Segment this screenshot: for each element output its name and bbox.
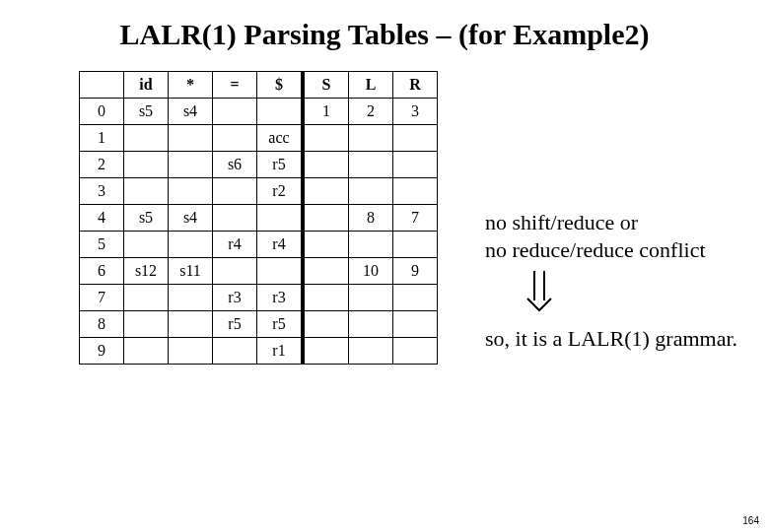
cell [303, 152, 349, 178]
cell [349, 338, 393, 365]
cell: 1 [303, 99, 349, 125]
cell: acc [257, 125, 304, 152]
cell: r5 [213, 311, 257, 338]
cell: r2 [257, 178, 304, 205]
cell-state: 0 [80, 99, 124, 125]
cell [169, 311, 213, 338]
cell [213, 125, 257, 152]
cell: r5 [257, 152, 304, 178]
table-row: 8 r5 r5 [80, 311, 438, 338]
cell [257, 99, 304, 125]
parsing-table: id * = $ S L R 0 s5 s4 1 2 3 1 [79, 71, 438, 365]
table-row: 0 s5 s4 1 2 3 [80, 99, 438, 125]
cell [393, 338, 438, 365]
cell-state: 5 [80, 232, 124, 258]
cell [393, 178, 438, 205]
cell: s12 [124, 258, 169, 285]
cell-state: 2 [80, 152, 124, 178]
col-L: L [349, 72, 393, 99]
cell [303, 232, 349, 258]
table-row: 6 s12 s11 10 9 [80, 258, 438, 285]
page-number: 164 [742, 515, 759, 526]
cell: r3 [213, 285, 257, 311]
cell [169, 285, 213, 311]
cell [169, 125, 213, 152]
cell [349, 311, 393, 338]
cell: r4 [257, 232, 304, 258]
cell: r3 [257, 285, 304, 311]
cell-state: 1 [80, 125, 124, 152]
content-area: id * = $ S L R 0 s5 s4 1 2 3 1 [79, 71, 737, 365]
cell: s6 [213, 152, 257, 178]
cell: s11 [169, 258, 213, 285]
cell [169, 178, 213, 205]
cell [349, 125, 393, 152]
table-row: 1 acc [80, 125, 438, 152]
note-no-conflict-line2: no reduce/reduce conflict [485, 236, 737, 264]
table-row: 2 s6 r5 [80, 152, 438, 178]
cell [124, 311, 169, 338]
col-S: S [303, 72, 349, 99]
cell: r5 [257, 311, 304, 338]
cell [303, 258, 349, 285]
cell: s5 [124, 99, 169, 125]
cell: r1 [257, 338, 304, 365]
cell [349, 152, 393, 178]
cell [303, 338, 349, 365]
cell-state: 7 [80, 285, 124, 311]
cell: s5 [124, 205, 169, 232]
cell [124, 285, 169, 311]
cell-state: 9 [80, 338, 124, 365]
cell [303, 205, 349, 232]
col-id: id [124, 72, 169, 99]
cell: s4 [169, 99, 213, 125]
cell [393, 285, 438, 311]
side-notes: no shift/reduce or no reduce/reduce conf… [485, 209, 737, 352]
cell [303, 311, 349, 338]
cell [257, 258, 304, 285]
cell [124, 152, 169, 178]
down-arrow-icon [524, 269, 737, 319]
cell: 9 [393, 258, 438, 285]
cell [169, 152, 213, 178]
cell: r4 [213, 232, 257, 258]
col-star: * [169, 72, 213, 99]
note-conclusion: so, it is a LALR(1) grammar. [485, 325, 737, 353]
col-state [80, 72, 124, 99]
cell [213, 258, 257, 285]
cell [169, 338, 213, 365]
cell [349, 232, 393, 258]
table-row: 9 r1 [80, 338, 438, 365]
cell-state: 6 [80, 258, 124, 285]
cell: 10 [349, 258, 393, 285]
cell [124, 125, 169, 152]
cell: 8 [349, 205, 393, 232]
cell: s4 [169, 205, 213, 232]
cell [303, 125, 349, 152]
cell-state: 4 [80, 205, 124, 232]
cell: 3 [393, 99, 438, 125]
cell-state: 8 [80, 311, 124, 338]
cell [124, 232, 169, 258]
page-title: LALR(1) Parsing Tables – (for Example2) [0, 18, 769, 51]
table-row: 4 s5 s4 8 7 [80, 205, 438, 232]
cell [213, 99, 257, 125]
cell [303, 285, 349, 311]
cell [393, 232, 438, 258]
cell [349, 285, 393, 311]
cell [213, 205, 257, 232]
cell [393, 125, 438, 152]
table-row: 7 r3 r3 [80, 285, 438, 311]
table-row: 3 r2 [80, 178, 438, 205]
cell [213, 338, 257, 365]
table-header-row: id * = $ S L R [80, 72, 438, 99]
cell [124, 178, 169, 205]
cell [124, 338, 169, 365]
col-dollar: $ [257, 72, 304, 99]
note-no-conflict-line1: no shift/reduce or [485, 209, 737, 236]
col-eq: = [213, 72, 257, 99]
cell-state: 3 [80, 178, 124, 205]
col-R: R [393, 72, 438, 99]
table-row: 5 r4 r4 [80, 232, 438, 258]
cell [393, 152, 438, 178]
